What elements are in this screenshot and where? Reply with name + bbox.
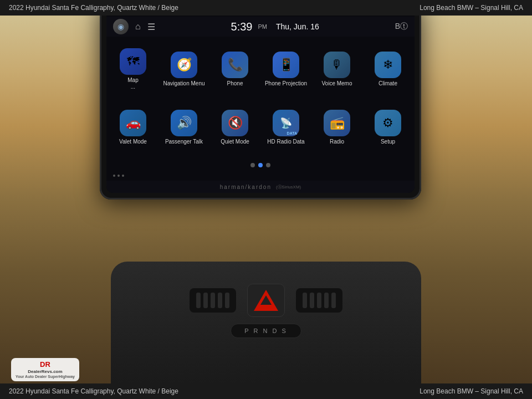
bottom-dot-3	[122, 175, 124, 177]
vent-bar	[303, 293, 307, 308]
climate-label: Climate	[378, 80, 397, 87]
menu-button[interactable]: ☰	[147, 22, 155, 32]
setup-label: Setup	[381, 139, 395, 145]
pass-talk-icon-circle: 🔊	[171, 110, 197, 136]
nav-menu-label: Navigation Menu	[163, 80, 204, 87]
bottom-dot-1	[113, 175, 115, 177]
top-bar-right: Long Beach BMW – Signal Hill, CA	[420, 4, 523, 12]
icon-passenger-talk[interactable]: 🔊 Passenger Talk	[160, 99, 208, 155]
climate-icon-circle: ❄	[375, 52, 401, 78]
radio-icon-circle: 📻	[324, 110, 350, 136]
vent-row	[190, 284, 342, 317]
dealer-logo-text: DR DealerRevs.com Your Auto Dealer Super…	[16, 360, 75, 379]
pass-talk-label: Passenger Talk	[165, 139, 203, 145]
icon-voice-memo[interactable]: 🎙 Voice Memo	[313, 41, 361, 97]
phone-proj-icon-circle: 📱	[273, 52, 299, 78]
vent-bar	[203, 293, 208, 308]
home-button[interactable]: ⌂	[135, 22, 141, 32]
icon-valet-mode[interactable]: 🚗 Valet Mode	[109, 99, 157, 155]
bottom-bar-left: 2022 Hyundai Santa Fe Calligraphy, Quart…	[9, 387, 178, 395]
icon-climate[interactable]: ❄ Climate	[364, 41, 412, 97]
voice-memo-icon-circle: 🎙	[324, 52, 350, 78]
signal-icon: Bⓣ	[395, 22, 408, 32]
console-detail: P R N D S	[127, 273, 405, 383]
vent-bar	[196, 293, 201, 308]
screen-time-suffix: PM	[258, 23, 267, 30]
quiet-label: Quiet Mode	[221, 139, 249, 145]
setup-icon-circle: ⚙	[375, 110, 401, 136]
bottom-bar: 2022 Hyundai Santa Fe Calligraphy, Quart…	[0, 383, 532, 399]
screen-bottom-dots	[106, 171, 415, 181]
vent-bar	[211, 293, 215, 308]
page-indicators	[106, 160, 415, 171]
voice-memo-label: Voice Memo	[321, 80, 352, 87]
screen-bottom-brand: harman/kardon (ⓢSiriusXM)	[106, 181, 415, 193]
screen-topbar-left: ◉ ⌂ ☰	[113, 19, 155, 34]
vent-bar	[225, 293, 229, 308]
top-bar-left: 2022 Hyundai Santa Fe Calligraphy, Quart…	[9, 4, 178, 12]
left-vent	[190, 288, 236, 313]
icon-quiet-mode[interactable]: 🔇 Quiet Mode	[211, 99, 259, 155]
dealer-logo: DR DealerRevs.com Your Auto Dealer Super…	[11, 358, 79, 381]
bottom-dot-2	[117, 175, 120, 177]
vent-bar	[324, 293, 329, 308]
screen-topbar: ◉ ⌂ ☰ 5:39 PM Thu, Jun. 16 Bⓣ	[106, 17, 415, 37]
quiet-icon-circle: 🔇	[222, 110, 248, 136]
top-bar: 2022 Hyundai Santa Fe Calligraphy, Quart…	[0, 0, 532, 16]
icon-phone[interactable]: 📞 Phone	[211, 41, 259, 97]
vent-bar	[218, 293, 222, 308]
right-vent	[296, 288, 342, 313]
map-label: Map ...	[127, 77, 138, 90]
harman-brand: harman/kardon	[220, 184, 272, 190]
phone-proj-label: Phone Projection	[265, 80, 307, 87]
page-dot-3[interactable]	[266, 163, 270, 167]
infotainment-screen: ◉ ⌂ ☰ 5:39 PM Thu, Jun. 16 Bⓣ	[106, 7, 415, 193]
radio-label: Radio	[330, 139, 344, 145]
page-dot-1[interactable]	[250, 163, 255, 167]
valet-label: Valet Mode	[119, 139, 147, 145]
hazard-triangle	[254, 290, 278, 311]
bottom-bar-right: Long Beach BMW – Signal Hill, CA	[420, 387, 523, 395]
screen-time: 5:39	[231, 21, 253, 33]
screen-date: Thu, Jun. 16	[276, 22, 319, 31]
phone-label: Phone	[227, 80, 243, 87]
screen-topbar-center: 5:39 PM Thu, Jun. 16	[231, 21, 319, 33]
vent-bar	[310, 293, 314, 308]
icon-phone-projection[interactable]: 📱 Phone Projection	[262, 41, 310, 97]
vent-bar	[317, 293, 321, 308]
phone-icon-circle: 📞	[222, 52, 248, 78]
hazard-button[interactable]	[247, 284, 285, 317]
vent-bar	[331, 293, 336, 308]
hd-radio-icon-circle: 📡 DATA	[273, 110, 299, 136]
hazard-inner	[260, 295, 272, 305]
icon-map[interactable]: 🗺 Map ...	[109, 41, 157, 97]
icon-hd-radio[interactable]: 📡 DATA HD Radio Data	[262, 99, 310, 155]
valet-icon-circle: 🚗	[120, 110, 146, 136]
icon-navigation-menu[interactable]: 🧭 Navigation Menu	[160, 41, 208, 97]
siriusxm-brand: (ⓢSiriusXM)	[276, 184, 301, 190]
nav-menu-icon-circle: 🧭	[171, 52, 197, 78]
map-icon-circle: 🗺	[120, 48, 146, 75]
screen-wrapper: ◉ ⌂ ☰ 5:39 PM Thu, Jun. 16 Bⓣ	[100, 0, 421, 200]
page-dot-2[interactable]	[258, 163, 263, 167]
gear-selector[interactable]: P R N D S	[231, 324, 301, 338]
avatar-icon: ◉	[113, 19, 129, 34]
hd-radio-label: HD Radio Data	[267, 139, 304, 145]
screen-container: ◉ ⌂ ☰ 5:39 PM Thu, Jun. 16 Bⓣ	[100, 22, 432, 200]
screen-topbar-right: Bⓣ	[395, 22, 408, 32]
icon-setup[interactable]: ⚙ Setup	[364, 99, 412, 155]
icon-radio[interactable]: 📻 Radio	[313, 99, 361, 155]
icons-grid: 🗺 Map ... 🧭 Navigation Menu 📞 Phone	[106, 37, 415, 160]
